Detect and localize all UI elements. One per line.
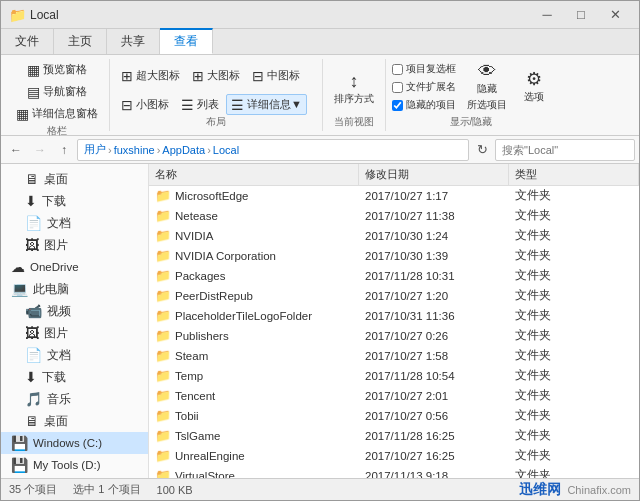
- forward-button[interactable]: →: [29, 139, 51, 161]
- file-row[interactable]: 📁 PeerDistRepub 2017/10/27 1:20 文件夹: [149, 286, 639, 306]
- drive-c-icon: 💾: [11, 435, 28, 451]
- drive-d-icon: 💾: [11, 457, 28, 473]
- path-fuxshine[interactable]: fuxshine: [114, 144, 155, 156]
- sort-button[interactable]: ↕ 排序方式: [329, 63, 379, 115]
- sidebar-item-docs2[interactable]: 📄 文档: [1, 344, 148, 366]
- sidebar-item-pics2[interactable]: 🖼 图片: [1, 322, 148, 344]
- cell-name: 📁 UnrealEngine: [149, 448, 359, 463]
- file-row[interactable]: 📁 PlaceholderTileLogoFolder 2017/10/31 1…: [149, 306, 639, 326]
- path-users[interactable]: 用户: [84, 142, 106, 157]
- sidebar-item-onedrive[interactable]: ☁ OneDrive: [1, 256, 148, 278]
- sidebar-item-downloads1[interactable]: ⬇ 下载: [1, 190, 148, 212]
- hide-selected-button[interactable]: 👁 隐藏 所选项目: [462, 59, 512, 115]
- show-hide-content: 项目复选框 文件扩展名 隐藏的项目 👁: [392, 59, 550, 115]
- close-button[interactable]: ✕: [599, 4, 631, 26]
- col-type-header[interactable]: 类型: [509, 164, 639, 185]
- cell-name: 📁 PlaceholderTileLogoFolder: [149, 308, 359, 323]
- pics-icon: 🖼: [25, 237, 39, 253]
- folder-icon: 📁: [155, 248, 171, 263]
- sidebar-item-docs1[interactable]: 📄 文档: [1, 212, 148, 234]
- cell-date: 2017/10/27 0:56: [359, 410, 509, 422]
- tab-file[interactable]: 文件: [1, 29, 54, 54]
- tab-share[interactable]: 共享: [107, 29, 160, 54]
- sidebar-item-video[interactable]: 📹 视频: [1, 300, 148, 322]
- sidebar-item-thispc[interactable]: 💻 此电脑: [1, 278, 148, 300]
- folder-icon: 📁: [155, 228, 171, 243]
- show-hide-label: 显示/隐藏: [450, 115, 493, 131]
- col-name-header[interactable]: 名称: [149, 164, 359, 185]
- file-row[interactable]: 📁 Publishers 2017/10/27 0:26 文件夹: [149, 326, 639, 346]
- large-icon-btn[interactable]: ⊞ 大图标: [187, 65, 245, 86]
- folder-icon: 📁: [155, 328, 171, 343]
- xlarge-icon-btn[interactable]: ⊞ 超大图标: [116, 65, 185, 86]
- details-btn[interactable]: ☰ 详细信息▼: [226, 94, 307, 115]
- sidebar-item-desktop2[interactable]: 🖥 桌面: [1, 410, 148, 432]
- thispc-icon: 💻: [11, 281, 28, 297]
- hidden-checkbox[interactable]: [392, 100, 403, 111]
- folder-icon: 📁: [155, 408, 171, 423]
- music-icon: 🎵: [25, 391, 42, 407]
- tab-view[interactable]: 查看: [160, 28, 213, 54]
- sidebar-item-tools-d[interactable]: 💾 My Tools (D:): [1, 454, 148, 476]
- cell-date: 2017/10/27 1:20: [359, 290, 509, 302]
- refresh-button[interactable]: ↻: [471, 139, 493, 161]
- file-row[interactable]: 📁 MicrosoftEdge 2017/10/27 1:17 文件夹: [149, 186, 639, 206]
- ext-checkbox-label[interactable]: 文件扩展名: [392, 79, 456, 95]
- cell-type: 文件夹: [509, 308, 639, 323]
- window-controls: ─ □ ✕: [531, 4, 631, 26]
- cell-type: 文件夹: [509, 248, 639, 263]
- item-checkbox-label[interactable]: 项目复选框: [392, 61, 456, 77]
- pics2-icon: 🖼: [25, 325, 39, 341]
- file-row[interactable]: 📁 Tencent 2017/10/27 2:01 文件夹: [149, 386, 639, 406]
- minimize-button[interactable]: ─: [531, 4, 563, 26]
- sidebar-item-desktop1[interactable]: 🖥 桌面: [1, 168, 148, 190]
- hidden-checkbox-label[interactable]: 隐藏的项目: [392, 97, 456, 113]
- list-btn[interactable]: ☰ 列表: [176, 94, 224, 115]
- up-button[interactable]: ↑: [53, 139, 75, 161]
- main-area: 🖥 桌面 ⬇ 下载 📄 文档 🖼 图片 ☁ OneDrive 💻 此电脑: [1, 164, 639, 478]
- ext-checkbox[interactable]: [392, 82, 403, 93]
- details-list-icon: ☰: [231, 98, 244, 112]
- folder-icon: 📁: [155, 208, 171, 223]
- file-row[interactable]: 📁 Steam 2017/10/27 1:58 文件夹: [149, 346, 639, 366]
- file-row[interactable]: 📁 Temp 2017/11/28 10:54 文件夹: [149, 366, 639, 386]
- watermark-logo: 迅维网: [519, 481, 561, 499]
- nav-pane-button[interactable]: ▤ 导航窗格: [11, 81, 103, 102]
- status-bar: 35 个项目 选中 1 个项目 100 KB 迅维网 Chinafix.com: [1, 478, 639, 500]
- address-path[interactable]: 用户 › fuxshine › AppData › Local: [77, 139, 469, 161]
- item-checkbox[interactable]: [392, 64, 403, 75]
- tab-home[interactable]: 主页: [54, 29, 107, 54]
- preview-pane-button[interactable]: ▦ 预览窗格: [11, 59, 103, 80]
- file-row[interactable]: 📁 Packages 2017/11/28 10:31 文件夹: [149, 266, 639, 286]
- file-row[interactable]: 📁 VirtualStore 2017/11/13 9:18 文件夹: [149, 466, 639, 478]
- layout-label: 布局: [206, 115, 226, 131]
- sidebar-item-music[interactable]: 🎵 音乐: [1, 388, 148, 410]
- details-pane-button[interactable]: ▦ 详细信息窗格: [11, 103, 103, 124]
- file-row[interactable]: 📁 Netease 2017/10/27 11:38 文件夹: [149, 206, 639, 226]
- back-button[interactable]: ←: [5, 139, 27, 161]
- search-input[interactable]: [496, 144, 635, 156]
- maximize-button[interactable]: □: [565, 4, 597, 26]
- sidebar-item-windows-c[interactable]: 💾 Windows (C:): [1, 432, 148, 454]
- path-local[interactable]: Local: [213, 144, 239, 156]
- search-box[interactable]: 🔍: [495, 139, 635, 161]
- file-row[interactable]: 📁 UnrealEngine 2017/10/27 16:25 文件夹: [149, 446, 639, 466]
- options-button[interactable]: ⚙ 选项: [518, 61, 550, 113]
- folder-icon: 📁: [155, 288, 171, 303]
- file-row[interactable]: 📁 NVIDIA Corporation 2017/10/30 1:39 文件夹: [149, 246, 639, 266]
- file-row[interactable]: 📁 Tobii 2017/10/27 0:56 文件夹: [149, 406, 639, 426]
- medium-icon-btn[interactable]: ⊟ 中图标: [247, 65, 305, 86]
- sidebar-item-pics1[interactable]: 🖼 图片: [1, 234, 148, 256]
- cell-name: 📁 VirtualStore: [149, 468, 359, 478]
- small-icon-btn[interactable]: ⊟ 小图标: [116, 94, 174, 115]
- cell-type: 文件夹: [509, 348, 639, 363]
- file-size: 100 KB: [157, 484, 193, 496]
- cell-date: 2017/10/30 1:39: [359, 250, 509, 262]
- ribbon-content: ▦ 预览窗格 ▤ 导航窗格 ▦ 详细信息窗格 格栏: [1, 55, 639, 135]
- docs-icon: 📄: [25, 215, 42, 231]
- file-row[interactable]: 📁 TslGame 2017/11/28 16:25 文件夹: [149, 426, 639, 446]
- sidebar-item-downloads2[interactable]: ⬇ 下载: [1, 366, 148, 388]
- col-date-header[interactable]: 修改日期: [359, 164, 509, 185]
- file-row[interactable]: 📁 NVIDIA 2017/10/30 1:24 文件夹: [149, 226, 639, 246]
- path-appdata[interactable]: AppData: [162, 144, 205, 156]
